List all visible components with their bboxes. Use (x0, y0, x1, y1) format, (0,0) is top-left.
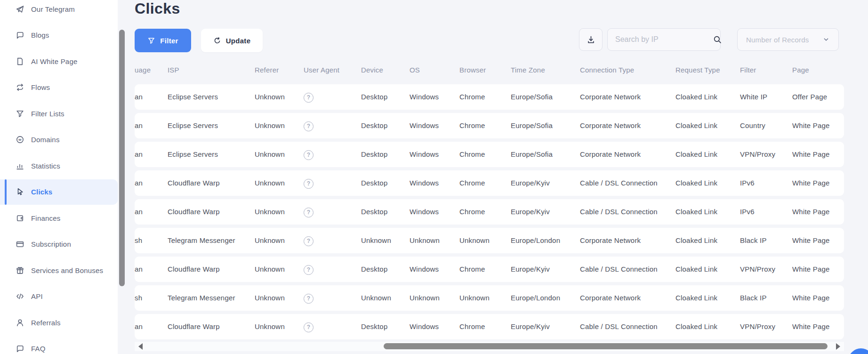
table-header-row: uageISPRefererUser AgentDeviceOSBrowserT… (135, 66, 844, 74)
sidebar-item-api[interactable]: API (0, 284, 118, 309)
funnel-icon (15, 109, 24, 118)
cell-referer: Unknown (255, 228, 304, 253)
cell-lang: an (135, 199, 168, 225)
update-button-label: Update (226, 37, 251, 45)
cell-connection-type: Cable / DSL Connection (580, 199, 675, 225)
sidebar-item-label: AI White Page (31, 57, 77, 65)
question-mark-icon[interactable]: ? (304, 322, 313, 332)
cell-referer: Unknown (255, 113, 304, 138)
table-row: anCloudflare WarpUnknown?DesktopWindowsC… (135, 257, 844, 282)
cell-user-agent: ? (304, 228, 361, 253)
sidebar-scrollbar[interactable] (119, 30, 125, 286)
download-button[interactable] (579, 28, 603, 51)
sidebar-item-label: Services and Bonuses (31, 266, 103, 274)
column-header-isp: ISP (168, 66, 255, 74)
cell-isp: Eclipse Servers (168, 113, 255, 138)
cell-page: White Page (792, 170, 844, 196)
cell-os: Windows (410, 113, 459, 138)
sidebar-item-label: Blogs (31, 31, 49, 39)
sidebar-item-flows[interactable]: Flows (0, 75, 118, 100)
search-box[interactable] (607, 28, 721, 51)
question-mark-icon[interactable]: ? (304, 208, 313, 217)
cell-request-type: Cloaked Link (675, 170, 740, 196)
cell-filter: Black IP (740, 228, 792, 253)
table-row: shTelegram MessengerUnknown?UnknownUnkno… (135, 228, 844, 253)
horizontal-scrollbar[interactable] (135, 342, 844, 351)
cell-user-agent: ? (304, 142, 361, 167)
cell-isp: Telegram Messenger (168, 285, 255, 311)
horizontal-scrollbar-thumb[interactable] (384, 343, 828, 349)
column-header-user-agent: User Agent (304, 66, 361, 74)
search-icon[interactable] (713, 35, 722, 44)
sidebar-item-services-and-bonuses[interactable]: Services and Bonuses (0, 257, 118, 283)
cell-browser: Chrome (459, 84, 511, 110)
search-input[interactable] (615, 35, 713, 44)
sidebar-item-label: Filter Lists (31, 110, 64, 118)
chat-icon (15, 31, 24, 40)
cell-lang: an (135, 170, 168, 196)
sidebar-item-filter-lists[interactable]: Filter Lists (0, 101, 118, 126)
cell-request-type: Cloaked Link (675, 142, 740, 167)
table-row: anEclipse ServersUnknown?DesktopWindowsC… (135, 142, 844, 167)
cell-isp: Cloudflare Warp (168, 257, 255, 282)
scroll-right-arrow-icon[interactable] (836, 343, 840, 350)
cell-page: White Page (792, 285, 844, 311)
column-header-uage: uage (135, 66, 168, 74)
question-mark-icon[interactable]: ? (304, 121, 313, 131)
cell-user-agent: ? (304, 257, 361, 282)
scroll-left-arrow-icon[interactable] (138, 343, 143, 350)
sidebar-item-blogs[interactable]: Blogs (0, 23, 118, 48)
cell-os: Windows (410, 84, 459, 110)
question-mark-icon[interactable]: ? (304, 93, 313, 103)
sidebar-item-referrals[interactable]: Referrals (0, 310, 118, 335)
cell-request-type: Cloaked Link (675, 314, 740, 339)
cell-device: Desktop (361, 113, 410, 138)
sidebar-item-domains[interactable]: wDomains (0, 127, 118, 153)
cell-connection-type: Corporate Network (580, 285, 675, 311)
update-button[interactable]: Update (201, 29, 263, 52)
sidebar-item-finances[interactable]: Finances (0, 205, 118, 231)
cell-request-type: Cloaked Link (675, 84, 740, 110)
question-mark-icon[interactable]: ? (304, 294, 313, 304)
cell-os: Windows (410, 314, 459, 339)
cell-page: White Page (792, 113, 844, 138)
svg-text:w: w (18, 137, 22, 142)
filter-button-label: Filter (160, 37, 178, 45)
sidebar-item-ai-white-page[interactable]: AI White Page (0, 48, 118, 74)
question-mark-icon[interactable]: ? (304, 150, 313, 160)
cell-filter: VPN/Proxy (740, 142, 792, 167)
sidebar-item-subscription[interactable]: Subscription (0, 232, 118, 257)
question-mark-icon[interactable]: ? (304, 236, 313, 246)
cell-device: Desktop (361, 314, 410, 339)
column-header-time-zone: Time Zone (511, 66, 580, 74)
page-icon (15, 56, 24, 66)
cell-lang: an (135, 314, 168, 339)
cell-time-zone: Europe/London (511, 228, 580, 253)
sidebar-item-faq[interactable]: FAQ (0, 336, 118, 354)
page-title: Clicks (135, 0, 180, 17)
cell-request-type: Cloaked Link (675, 228, 740, 253)
cell-filter: IPv6 (740, 170, 792, 196)
column-header-page: Page (792, 66, 844, 74)
question-mark-icon[interactable]: ? (304, 179, 313, 189)
cell-filter: Black IP (740, 285, 792, 311)
cell-time-zone: Europe/Kyiv (511, 170, 580, 196)
cell-user-agent: ? (304, 84, 361, 110)
cell-browser: Unknown (459, 228, 511, 253)
filter-button[interactable]: Filter (135, 29, 191, 52)
cell-request-type: Cloaked Link (675, 285, 740, 311)
cell-page: White Page (792, 199, 844, 225)
cell-browser: Chrome (459, 113, 511, 138)
cell-connection-type: Cable / DSL Connection (580, 314, 675, 339)
sidebar-item-statistics[interactable]: Statistics (0, 153, 118, 178)
cell-device: Desktop (361, 170, 410, 196)
sidebar-item-clicks[interactable]: Clicks (0, 179, 118, 205)
cell-time-zone: Europe/Sofia (511, 84, 580, 110)
sidebar-item-our-telegram[interactable]: Our Telegram (0, 0, 118, 22)
cell-browser: Chrome (459, 170, 511, 196)
card-icon (15, 240, 24, 249)
cell-browser: Chrome (459, 314, 511, 339)
sidebar-item-label: FAQ (31, 345, 46, 353)
records-dropdown[interactable]: Number of Records (737, 28, 839, 51)
question-mark-icon[interactable]: ? (304, 265, 313, 275)
